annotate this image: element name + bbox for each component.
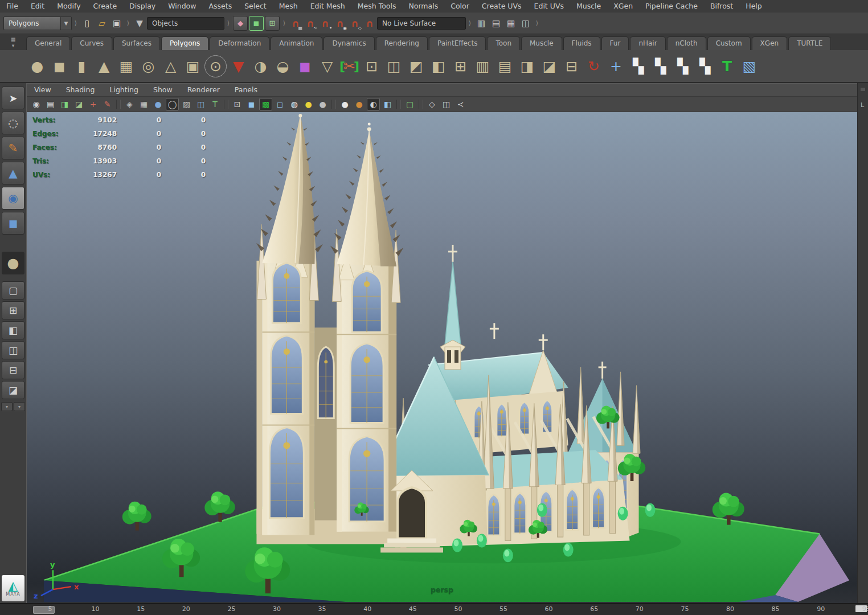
layout-pane-graph[interactable]: ◫ [2,341,24,359]
menu-create[interactable]: Create [87,0,124,13]
render-current-frame-icon[interactable]: ▤ [489,16,503,31]
menu-help[interactable]: Help [739,0,768,13]
shelf-tab-nhair[interactable]: nHair [630,36,665,50]
wireframe-icon[interactable]: ⊡ [231,98,244,110]
smooth-shade-icon[interactable]: ◼ [245,98,258,110]
panel-menu-show[interactable]: Show [146,84,180,96]
live-surface-field[interactable]: No Live Surface [377,17,466,30]
shelf-tab-surfaces[interactable]: Surfaces [113,36,160,50]
default-light-icon[interactable]: ● [302,98,315,110]
snap-curve-icon[interactable]: ∩~ [303,16,318,31]
select-tool[interactable]: ➤ [2,87,24,109]
shelf-tab-ncloth[interactable]: nCloth [667,36,706,50]
offset-edge-loop-icon[interactable]: ▤ [494,54,516,79]
insert-edge-loop-icon[interactable]: ▥ [472,54,494,79]
shelf-tab-general[interactable]: General [26,36,70,50]
panel-menu-renderer[interactable]: Renderer [180,84,227,96]
move-tool[interactable]: ▲ [2,162,24,184]
menuset-dropdown[interactable]: Polygons ▼ [3,17,72,30]
paint-select-tool[interactable]: ✎ [2,137,24,159]
poly-sphere-icon[interactable]: ● [26,54,48,79]
shelf-tab-animation[interactable]: Animation [271,36,322,50]
layout-pane-outliner[interactable]: ◧ [2,321,24,339]
smooth-icon[interactable]: ◼ [294,54,316,79]
snap-grid-icon[interactable]: ∩▦ [288,16,303,31]
menu-muscle[interactable]: Muscle [570,0,607,13]
panel-menu-shading[interactable]: Shading [59,84,103,96]
selection-filter-icon[interactable]: ▼ [132,16,147,31]
scale-tool[interactable]: ◼ [2,212,24,235]
rotate-tool[interactable]: ◉ [2,187,24,210]
shelf-tab-rendering[interactable]: Rendering [376,36,428,50]
quad-draw-icon[interactable]: + [605,54,627,79]
select-hierarchy-icon[interactable]: ◆ [233,16,248,31]
slide-edge-icon[interactable]: ◪ [538,54,560,79]
gate-mask-icon[interactable]: ● [152,98,165,110]
poly-platonic-icon[interactable]: ⊙ [204,55,227,77]
menu-edit[interactable]: Edit [24,0,51,13]
overlap-panels-icon[interactable]: ◫ [440,98,453,110]
menu-mesh[interactable]: Mesh [273,0,304,13]
select-component-icon[interactable]: ⊞ [265,16,280,31]
panel-menu-lighting[interactable]: Lighting [102,84,146,96]
poly-pyramid-icon[interactable]: △ [159,54,182,79]
poly-cone-icon[interactable]: ▲ [93,54,115,79]
safe-action-icon[interactable]: ▨ [180,98,193,110]
shelf-tab-custom[interactable]: Custom [707,36,751,50]
render-view-icon[interactable]: ▥ [474,16,489,31]
shelf-tab-fluids[interactable]: Fluids [563,36,600,50]
shelf-tab-curves[interactable]: Curves [71,36,112,50]
camera-attributes-icon[interactable]: ▤ [44,98,57,110]
poly-cube-icon[interactable]: ◼ [48,54,71,79]
shelf-tab-polygons[interactable]: Polygons [161,36,208,50]
multi-cut-icon[interactable]: ✂ [338,54,361,79]
field-chart-icon[interactable]: ◯ [166,98,179,110]
panel-menu-view[interactable]: View [27,84,59,96]
menu-window[interactable]: Window [162,0,202,13]
shelf-tab-toon[interactable]: Toon [487,36,520,50]
duplicate-face-icon[interactable]: ⊟ [560,54,583,79]
snap-view-plane-icon[interactable]: ∩◇ [347,16,362,31]
shelf-tab-fur[interactable]: Fur [601,36,629,50]
time-slider[interactable]: 5101520253035404550556065707580859095 [0,603,868,615]
layout-single-pane[interactable]: ▢ [2,281,24,300]
textured-icon[interactable]: ▩ [259,98,272,110]
use-all-lights-icon[interactable]: ◻ [273,98,286,110]
menu-file[interactable]: File [0,0,24,13]
textured-material-icon[interactable]: ● [353,98,366,110]
turtle-logo-icon[interactable]: T [716,54,738,79]
bevel-icon[interactable]: ◩ [405,54,427,79]
menu-edit-uvs[interactable]: Edit UVs [528,0,570,13]
poly-cylinder-icon[interactable]: ▮ [71,54,93,79]
viewport-canvas[interactable]: y x z Verts:910200Edges:1724800Faces:876… [27,112,857,603]
menu-bifrost[interactable]: Bifrost [704,0,739,13]
shelf-tab-muscle[interactable]: Muscle [521,36,562,50]
shelf-tab-dynamics[interactable]: Dynamics [324,36,374,50]
image-plane-icon[interactable]: ◪ [72,98,85,110]
layout-more-2[interactable]: ▾ [14,402,25,411]
menu-display[interactable]: Display [123,0,162,13]
open-scene-icon[interactable]: ▱ [95,16,109,31]
plugin-shapes-icon[interactable]: ◇ [425,98,439,110]
combine-icon[interactable]: ◒ [272,54,294,79]
shadows-icon[interactable]: ◍ [288,98,301,110]
menu-xgen[interactable]: XGen [607,0,639,13]
isolate-select-icon[interactable]: ▢ [403,98,416,110]
right-panel-sliver[interactable]: L [857,83,868,604]
select-camera-icon[interactable]: ◉ [30,98,43,110]
save-scene-icon[interactable]: ▣ [109,16,124,31]
render-settings-icon[interactable]: ◫ [518,16,533,31]
bridge-icon[interactable]: ◧ [427,54,449,79]
shelf-tab-xgen[interactable]: XGen [752,36,788,50]
menu-normals[interactable]: Normals [402,0,444,13]
separate-icon[interactable]: ◫ [383,54,405,79]
layout-hypershade[interactable]: ⊟ [2,361,24,379]
ipr-render-icon[interactable]: ▦ [503,16,518,31]
two-d-pan-zoom-icon[interactable]: + [87,98,100,110]
default-material-icon[interactable]: ● [338,98,351,110]
menu-pipeline-cache[interactable]: Pipeline Cache [639,0,704,13]
mirror-geometry-icon[interactable]: ◑ [249,54,272,79]
menu-color[interactable]: Color [444,0,476,13]
menu-mesh-tools[interactable]: Mesh Tools [351,0,403,13]
menu-edit-mesh[interactable]: Edit Mesh [304,0,351,13]
